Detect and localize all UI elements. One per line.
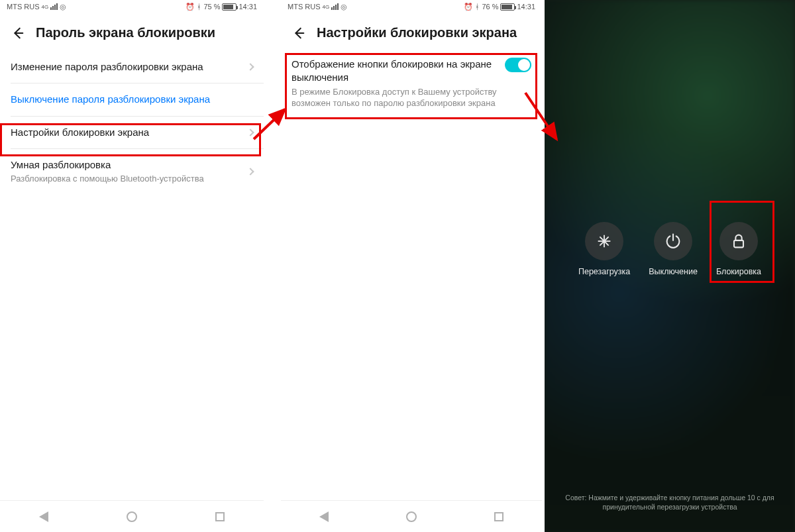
power-label: Выключение (649, 267, 698, 276)
row-sublabel: В режиме Блокировка доступ к Вашему устр… (292, 86, 497, 109)
svg-rect-11 (734, 240, 743, 248)
power-tip-text: Совет: Нажмите и удерживайте кнопку пита… (555, 493, 784, 512)
nav-recent-icon[interactable] (215, 512, 225, 521)
clock: 14:31 (238, 3, 257, 11)
nav-back-icon[interactable] (319, 511, 329, 522)
chevron-right-icon (246, 63, 254, 70)
page-title: Пароль экрана блокировки (36, 25, 215, 40)
power-label: Перезагрузка (578, 267, 630, 276)
svg-line-9 (600, 237, 604, 241)
row-disable-password[interactable]: Выключение пароля разблокировки экрана (0, 83, 264, 115)
carrier-label: MTS RUS (7, 3, 40, 11)
bluetooth-icon: ᚼ (475, 3, 480, 11)
nav-home-icon[interactable] (127, 511, 137, 522)
nav-home-icon[interactable] (406, 511, 417, 522)
hotspot-icon: ◎ (60, 3, 66, 11)
battery-icon (222, 3, 237, 11)
status-bar: MTS RUS 4G ◎ ⏰ ᚼ 75 % 14:31 (0, 0, 264, 13)
row-lock-settings[interactable]: Настройки блокировки экрана (0, 117, 264, 148)
hotspot-icon: ◎ (341, 3, 347, 11)
network-badge: 4G (323, 4, 330, 10)
row-label: Изменение пароля разблокировки экрана (11, 60, 241, 74)
row-sublabel: Разблокировка с помощью Bluetooth-устрой… (11, 173, 241, 185)
alarm-icon: ⏰ (464, 3, 473, 11)
battery-pct: 76 % (482, 3, 498, 11)
row-label: Отображение кнопки блокировки на экране … (292, 58, 497, 85)
back-icon[interactable] (11, 26, 25, 40)
svg-line-7 (600, 241, 604, 246)
battery-icon (500, 3, 515, 11)
power-restart[interactable]: Перезагрузка (578, 222, 630, 276)
svg-line-3 (604, 237, 609, 241)
header: Пароль экрана блокировки (0, 13, 264, 51)
row-label: Настройки блокировки экрана (11, 126, 241, 139)
lock-icon (719, 222, 758, 260)
nav-back-icon[interactable] (39, 511, 48, 522)
power-off-icon (654, 222, 692, 260)
battery-pct: 75 % (203, 3, 220, 11)
toggle-switch[interactable] (505, 58, 531, 72)
power-label: Блокировка (716, 267, 761, 276)
status-bar: MTS RUS 4G ◎ ⏰ ᚼ 76 % 14:31 (281, 0, 542, 13)
nav-recent-icon[interactable] (494, 512, 504, 521)
network-badge: 4G (42, 4, 49, 10)
power-lock[interactable]: Блокировка (716, 222, 761, 276)
alarm-icon: ⏰ (186, 3, 195, 11)
row-show-lock-button[interactable]: Отображение кнопки блокировки на экране … (281, 51, 542, 120)
phone-screen-1: MTS RUS 4G ◎ ⏰ ᚼ 75 % 14:31 Пароль экран… (0, 0, 264, 532)
bluetooth-icon: ᚼ (197, 3, 201, 11)
signal-icon (331, 3, 339, 10)
row-smart-unlock[interactable]: Умная разблокировка Разблокировка с помо… (0, 149, 264, 194)
header: Настройки блокировки экрана (281, 13, 542, 51)
signal-icon (50, 3, 58, 10)
back-icon[interactable] (292, 26, 306, 40)
page-title: Настройки блокировки экрана (317, 25, 517, 40)
phone-screen-3-power-menu: Перезагрузка Выключение Блокировка Совет… (545, 0, 795, 532)
power-off[interactable]: Выключение (649, 222, 698, 276)
restart-icon (585, 222, 623, 260)
row-label: Умная разблокировка (11, 158, 241, 172)
nav-bar (281, 500, 542, 532)
row-label: Выключение пароля разблокировки экрана (11, 93, 253, 106)
chevron-right-icon (246, 168, 254, 175)
phone-screen-2: MTS RUS 4G ◎ ⏰ ᚼ 76 % 14:31 Настройки бл… (281, 0, 542, 532)
carrier-label: MTS RUS (288, 3, 321, 11)
power-menu: Перезагрузка Выключение Блокировка (545, 222, 795, 276)
row-change-password[interactable]: Изменение пароля разблокировки экрана (0, 51, 264, 83)
chevron-right-icon (246, 129, 254, 136)
svg-line-5 (604, 241, 609, 246)
nav-bar (0, 500, 264, 532)
clock: 14:31 (517, 3, 535, 11)
